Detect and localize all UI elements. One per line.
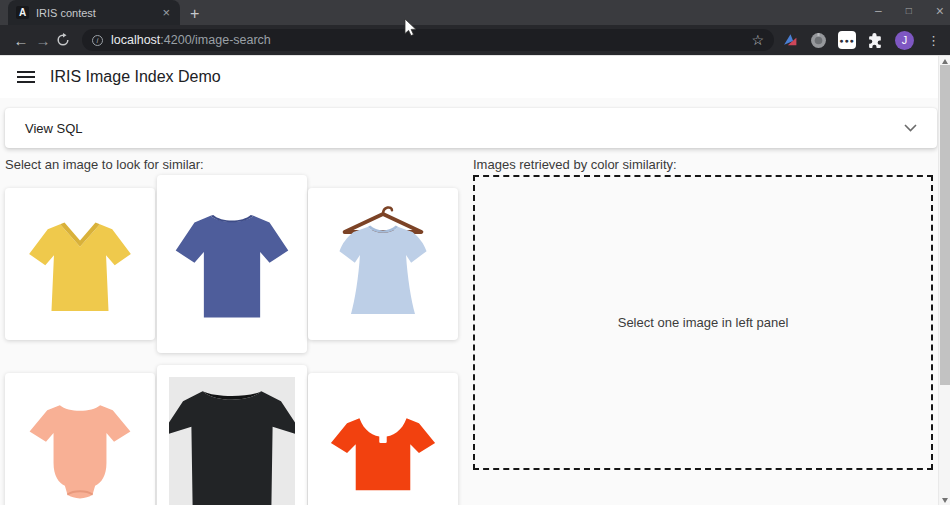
gallery-item-yellow-vneck[interactable] — [5, 188, 155, 340]
orange-crop-top-image — [320, 386, 446, 505]
browser-window: A IRIS contest × + – □ × ← → i localhost… — [0, 0, 950, 505]
tab-title: IRIS contest — [36, 7, 160, 19]
minimize-button[interactable]: – — [875, 5, 882, 17]
page-title: IRIS Image Index Demo — [50, 68, 221, 86]
url-host: localhost — [111, 33, 160, 47]
gallery-item-blue-tshirt[interactable] — [157, 175, 307, 353]
browser-menu-icon[interactable]: ⋮ — [927, 33, 940, 48]
window-controls: – □ × — [875, 0, 944, 22]
extensions-area: ●●● J ⋮ — [782, 31, 940, 50]
reload-icon[interactable] — [56, 33, 70, 47]
empty-results-message: Select one image in left panel — [618, 315, 789, 330]
gallery-item-peach-onesie[interactable] — [5, 373, 155, 505]
scrollbar-up-arrow-icon[interactable] — [942, 59, 948, 64]
view-sql-label: View SQL — [25, 121, 904, 136]
peach-onesie-image — [17, 384, 143, 505]
gallery-item-orange-crop-top[interactable] — [308, 373, 458, 505]
blue-tshirt-image — [165, 185, 299, 343]
page-scrollbar[interactable] — [938, 56, 950, 505]
image-select-panel: Select an image to look for similar: — [5, 157, 458, 505]
bookmark-star-icon[interactable]: ☆ — [751, 32, 764, 48]
gallery-item-lightblue-blouse[interactable] — [308, 188, 458, 340]
left-panel-label: Select an image to look for similar: — [5, 157, 458, 172]
main-columns: Select an image to look for similar: — [5, 157, 945, 505]
hamburger-menu-icon[interactable] — [17, 71, 35, 83]
url-text[interactable]: localhost:4200/image-search — [111, 33, 271, 47]
chevron-down-icon — [904, 124, 917, 132]
gallery-row-2 — [5, 365, 458, 505]
url-path: :4200/image-search — [160, 33, 270, 47]
gray-circle-extension-icon[interactable] — [810, 32, 827, 49]
yellow-vneck-shirt-image — [17, 202, 143, 326]
results-dropzone: Select one image in left panel — [473, 175, 933, 470]
black-tshirt-image — [169, 377, 295, 505]
dots-extension-icon[interactable]: ●●● — [838, 31, 856, 49]
window-close-button[interactable]: × — [936, 4, 944, 18]
right-panel-label: Images retrieved by color similarity: — [473, 157, 933, 172]
forward-button[interactable]: → — [32, 33, 54, 48]
page-info-icon[interactable]: i — [92, 35, 103, 46]
profile-avatar[interactable]: J — [895, 31, 914, 50]
new-tab-button[interactable]: + — [190, 6, 199, 22]
extensions-puzzle-icon[interactable] — [867, 32, 884, 49]
scrollbar-down-arrow-icon[interactable] — [942, 498, 948, 503]
tab-strip: A IRIS contest × + – □ × — [0, 0, 950, 25]
app-header: IRIS Image Index Demo — [0, 56, 950, 98]
browser-toolbar: ← → i localhost:4200/image-search ☆ ●●● — [0, 25, 950, 55]
page-content: IRIS Image Index Demo View SQL Select an… — [0, 55, 950, 505]
view-sql-expansion-panel[interactable]: View SQL — [5, 108, 937, 148]
lightblue-blouse-image — [319, 200, 447, 328]
angular-favicon-icon: A — [16, 6, 29, 19]
tab-close-icon[interactable]: × — [160, 6, 172, 19]
mouse-cursor — [404, 18, 418, 38]
scrollbar-thumb[interactable] — [940, 65, 950, 385]
browser-tab[interactable]: A IRIS contest × — [8, 0, 180, 25]
gallery-item-black-tshirt[interactable] — [157, 365, 307, 505]
gallery-row-1 — [5, 175, 458, 353]
results-panel: Images retrieved by color similarity: Se… — [473, 157, 933, 505]
address-bar[interactable]: i localhost:4200/image-search ☆ — [82, 29, 774, 51]
maximize-button[interactable]: □ — [906, 6, 912, 16]
colorful-extension-icon[interactable] — [782, 32, 799, 49]
back-button[interactable]: ← — [10, 33, 32, 48]
